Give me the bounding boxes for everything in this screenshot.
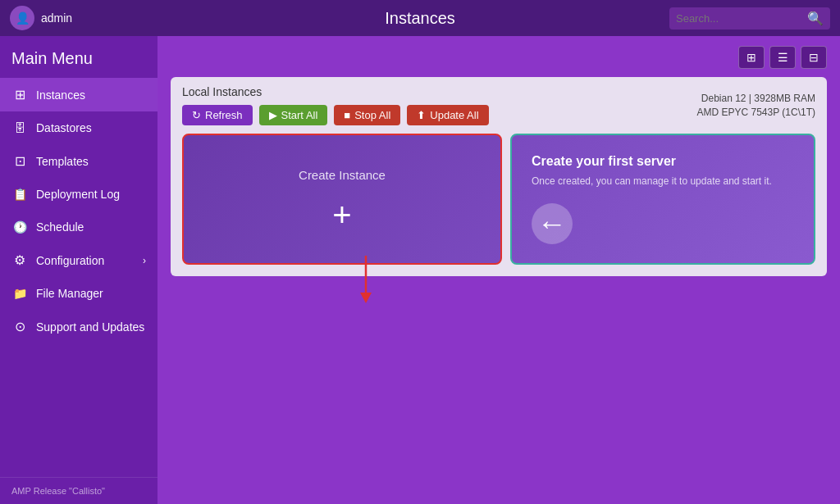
- sidebar-item-instances[interactable]: Instances: [0, 78, 158, 111]
- search-icon[interactable]: 🔍: [807, 11, 824, 26]
- chevron-right-icon: ›: [143, 255, 146, 266]
- deployment-icon: [11, 187, 28, 202]
- sidebar-label-files: File Manager: [36, 287, 103, 300]
- sidebar: Main Menu Instances Datastores Templates…: [0, 36, 158, 504]
- sidebar-header: Main Menu: [0, 36, 158, 78]
- refresh-button[interactable]: ↻ Refresh: [182, 105, 253, 125]
- sidebar-label-templates: Templates: [36, 155, 89, 168]
- config-icon: [11, 252, 28, 268]
- topbar: admin Instances 🔍: [0, 0, 840, 36]
- sidebar-item-file-manager[interactable]: File Manager: [0, 277, 158, 310]
- create-instance-card[interactable]: Create Instance +: [182, 134, 502, 265]
- help-title: Create your first server: [532, 154, 794, 169]
- avatar-icon: [16, 11, 30, 25]
- view-grid-button[interactable]: ⊞: [738, 46, 765, 69]
- stop-all-label: Stop All: [354, 109, 390, 121]
- list-view-icon: ☰: [778, 51, 788, 64]
- local-instances-panel: Local Instances ↻ Refresh ▶ Start All ■: [171, 77, 827, 276]
- sidebar-label-datastores: Datastores: [36, 121, 92, 134]
- red-arrow-svg: [358, 256, 399, 305]
- templates-icon: [11, 153, 28, 169]
- plus-icon: +: [332, 198, 351, 231]
- panel-title: Local Instances: [182, 85, 489, 98]
- content-area: ⊞ ☰ ⊟ Local Instances ↻ Refresh: [158, 36, 840, 504]
- sidebar-footer: AMP Release "Callisto": [0, 477, 158, 504]
- grid-view-icon: ⊞: [746, 51, 756, 64]
- sidebar-item-configuration[interactable]: Configuration ›: [0, 243, 158, 277]
- start-all-button[interactable]: ▶ Start All: [259, 105, 328, 125]
- stop-icon: ■: [344, 109, 350, 121]
- sidebar-item-deployment-log[interactable]: Deployment Log: [0, 178, 158, 211]
- play-icon: ▶: [269, 109, 277, 121]
- start-all-label: Start All: [281, 109, 318, 121]
- view-list-button[interactable]: ☰: [769, 46, 796, 69]
- create-instance-label: Create Instance: [299, 168, 386, 182]
- system-info-line1: Debian 12 | 3928MB RAM: [697, 92, 816, 106]
- sidebar-label-schedule: Schedule: [36, 220, 84, 234]
- upload-icon: ⬆: [417, 109, 426, 121]
- search-input[interactable]: [676, 12, 807, 25]
- update-all-label: Update All: [430, 109, 478, 121]
- avatar: [10, 6, 34, 30]
- table-view-icon: ⊟: [809, 51, 819, 64]
- refresh-label: Refresh: [205, 109, 243, 121]
- left-arrow-icon: ←: [532, 203, 573, 244]
- stop-all-button[interactable]: ■ Stop All: [334, 105, 400, 125]
- main-layout: Main Menu Instances Datastores Templates…: [0, 36, 840, 504]
- svg-marker-1: [360, 293, 372, 303]
- help-text: Once created, you can manage it to updat…: [532, 174, 794, 188]
- system-info-line2: AMD EPYC 7543P (1C\1T): [697, 106, 816, 120]
- username-label: admin: [41, 11, 72, 25]
- refresh-icon: ↻: [192, 109, 201, 121]
- panel-actions: ↻ Refresh ▶ Start All ■ Stop All ⬆: [182, 105, 489, 125]
- panel-left: Local Instances ↻ Refresh ▶ Start All ■: [182, 85, 489, 125]
- instances-icon: [11, 87, 28, 102]
- files-icon: [11, 286, 28, 301]
- annotation-arrow: [358, 256, 399, 308]
- help-arrow: ←: [532, 203, 794, 244]
- view-toggle-bar: ⊞ ☰ ⊟: [171, 46, 827, 69]
- update-all-button[interactable]: ⬆ Update All: [407, 105, 488, 125]
- sidebar-item-templates[interactable]: Templates: [0, 144, 158, 178]
- schedule-icon: [11, 220, 28, 234]
- system-info: Debian 12 | 3928MB RAM AMD EPYC 7543P (1…: [697, 92, 816, 120]
- view-table-button[interactable]: ⊟: [801, 46, 827, 69]
- support-icon: [11, 319, 28, 334]
- sidebar-label-instances: Instances: [36, 89, 85, 102]
- help-card: Create your first server Once created, y…: [510, 134, 815, 265]
- datastores-icon: [11, 120, 28, 135]
- sidebar-item-datastores[interactable]: Datastores: [0, 111, 158, 144]
- sidebar-label-support: Support and Updates: [36, 320, 144, 334]
- page-title: Instances: [385, 9, 455, 28]
- panel-header: Local Instances ↻ Refresh ▶ Start All ■: [182, 85, 815, 125]
- sidebar-label-deployment: Deployment Log: [36, 188, 120, 201]
- instances-grid: Create Instance + Create your first serv…: [182, 134, 815, 265]
- sidebar-label-config: Configuration: [36, 254, 104, 267]
- sidebar-item-support[interactable]: Support and Updates: [0, 310, 158, 343]
- search-bar[interactable]: 🔍: [669, 7, 830, 30]
- sidebar-item-schedule[interactable]: Schedule: [0, 211, 158, 243]
